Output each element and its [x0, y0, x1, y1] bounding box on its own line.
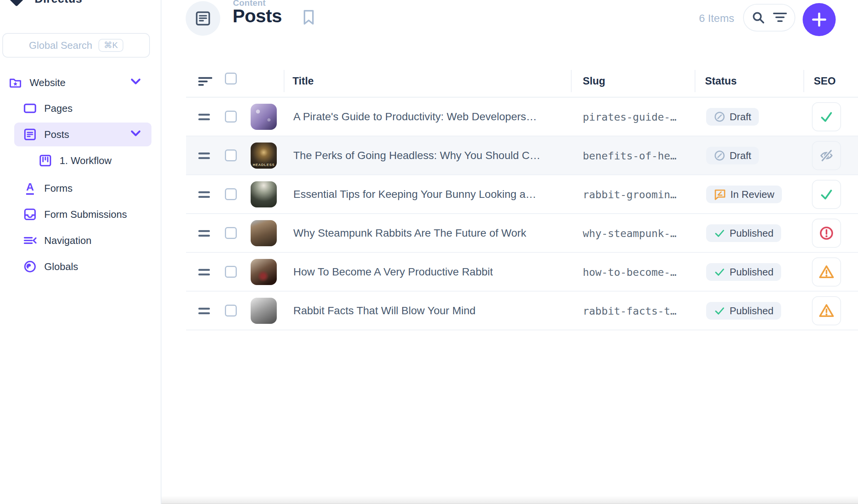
column-header-status[interactable]: Status	[705, 75, 737, 87]
chevron-down-icon[interactable]	[130, 78, 141, 87]
filter-icon[interactable]	[773, 12, 787, 23]
column-header-seo[interactable]: SEO	[814, 75, 836, 87]
sidebar-item-label: Website	[30, 77, 65, 89]
drag-handle-icon[interactable]	[198, 114, 210, 123]
drag-handle-icon[interactable]	[198, 153, 210, 162]
sort-icon[interactable]	[198, 76, 212, 89]
seo-indicator	[812, 257, 841, 287]
navigation-sidebar: Directus Global Search ⌘K Website Pages	[0, 0, 161, 504]
article-icon	[195, 10, 211, 27]
row-thumbnail	[251, 298, 277, 324]
sidebar-item-posts[interactable]: Posts	[0, 125, 161, 144]
directus-logo-text: Directus	[35, 0, 82, 5]
post-title[interactable]: A Pirate's Guide to Productivity: Web De…	[293, 111, 537, 123]
sidebar-item-workflow[interactable]: 1. Workflow	[0, 151, 161, 170]
post-slug: rabbit-groomin…	[583, 189, 677, 201]
drag-handle-icon[interactable]	[198, 269, 210, 278]
seo-indicator	[812, 180, 841, 209]
table-row[interactable]: Why Steampunk Rabbits Are The Future of …	[186, 214, 858, 253]
status-badge: Published	[706, 263, 781, 281]
seo-indicator	[812, 102, 841, 131]
sidebar-item-label: 1. Workflow	[60, 155, 111, 167]
letter-a-icon: A	[23, 182, 37, 195]
drag-handle-icon[interactable]	[198, 308, 210, 317]
post-title[interactable]: How To Become A Very Productive Rabbit	[293, 266, 493, 278]
post-title[interactable]: The Perks of Going Headless: Why You Sho…	[293, 149, 540, 162]
article-icon	[23, 128, 37, 141]
seo-check-icon	[819, 187, 834, 202]
status-label: In Review	[730, 189, 774, 201]
status-label: Draft	[730, 111, 751, 123]
table-row[interactable]: HEADLESS The Perks of Going Headless: Wh…	[186, 136, 858, 175]
drag-handle-icon[interactable]	[198, 191, 210, 201]
warning-icon	[818, 303, 835, 318]
error-icon	[819, 225, 834, 241]
column-divider	[284, 70, 284, 92]
row-checkbox[interactable]	[225, 149, 237, 161]
status-badge: Published	[706, 224, 781, 242]
table-row[interactable]: Essential Tips for Keeping Your Bunny Lo…	[186, 175, 858, 214]
post-slug: rabbit-facts-t…	[583, 305, 677, 317]
sidebar-item-label: Forms	[44, 182, 73, 194]
status-label: Published	[730, 305, 773, 317]
post-slug: benefits-of-he…	[583, 150, 677, 162]
thumbnail-caption: HEADLESS	[253, 163, 274, 167]
post-title[interactable]: Why Steampunk Rabbits Are The Future of …	[293, 227, 526, 239]
search-shortcut-badge: ⌘K	[98, 39, 123, 52]
table-row[interactable]: A Pirate's Guide to Productivity: Web De…	[186, 98, 858, 136]
column-header-title[interactable]: Title	[293, 75, 314, 87]
select-all-checkbox[interactable]	[225, 73, 237, 85]
row-checkbox[interactable]	[225, 111, 237, 123]
sidebar-item-pages[interactable]: Pages	[0, 99, 161, 118]
check-icon	[714, 266, 725, 278]
table-row[interactable]: Rabbit Facts That Will Blow Your Mind ra…	[186, 292, 858, 330]
post-title[interactable]: Rabbit Facts That Will Blow Your Mind	[293, 305, 476, 317]
row-checkbox[interactable]	[225, 227, 237, 239]
check-icon	[714, 305, 725, 317]
global-search-input[interactable]: Global Search ⌘K	[2, 33, 150, 58]
sidebar-item-globals[interactable]: Globals	[0, 257, 161, 276]
row-checkbox[interactable]	[225, 188, 237, 200]
globe-icon	[23, 260, 37, 273]
collection-icon-button[interactable]	[186, 1, 220, 36]
status-badge: Published	[706, 302, 781, 320]
status-label: Published	[730, 266, 773, 278]
horizontal-scrollbar[interactable]	[161, 496, 858, 504]
window-icon	[23, 102, 37, 115]
sidebar-item-label: Form Submissions	[44, 209, 127, 220]
add-item-button[interactable]	[803, 3, 836, 36]
drag-handle-icon[interactable]	[198, 230, 210, 239]
inbox-icon	[23, 208, 37, 221]
row-checkbox[interactable]	[225, 266, 237, 278]
sidebar-item-form-submissions[interactable]: Form Submissions	[0, 205, 161, 224]
column-divider	[695, 70, 695, 92]
warning-icon	[818, 264, 835, 280]
search-icon[interactable]	[752, 11, 765, 25]
rate-review-icon	[714, 188, 726, 201]
status-badge: In Review	[706, 186, 782, 203]
draft-icon	[714, 111, 725, 123]
row-thumbnail	[251, 259, 277, 285]
sidebar-item-website[interactable]: Website	[0, 73, 161, 92]
seo-indicator	[812, 296, 841, 325]
sidebar-item-label: Pages	[44, 103, 73, 114]
sidebar-item-forms[interactable]: A Forms	[0, 179, 161, 197]
post-title[interactable]: Essential Tips for Keeping Your Bunny Lo…	[293, 188, 536, 201]
row-thumbnail	[251, 220, 277, 246]
seo-indicator	[812, 219, 841, 248]
table-header: Title Slug Status SEO	[161, 67, 858, 97]
post-slug: pirates-guide-…	[583, 111, 677, 123]
sidebar-item-label: Posts	[44, 129, 69, 141]
folder-star-icon	[9, 76, 22, 89]
column-header-slug[interactable]: Slug	[583, 75, 605, 87]
search-placeholder: Global Search	[29, 40, 92, 51]
table-row[interactable]: How To Become A Very Productive Rabbit h…	[186, 253, 858, 292]
status-badge: Draft	[706, 108, 759, 126]
bookmark-icon[interactable]	[303, 9, 314, 27]
chevron-down-icon[interactable]	[130, 130, 141, 139]
status-badge: Draft	[706, 147, 759, 164]
row-checkbox[interactable]	[225, 305, 237, 317]
column-divider	[571, 70, 572, 92]
sidebar-item-navigation[interactable]: Navigation	[0, 231, 161, 250]
seo-indicator	[812, 141, 841, 170]
